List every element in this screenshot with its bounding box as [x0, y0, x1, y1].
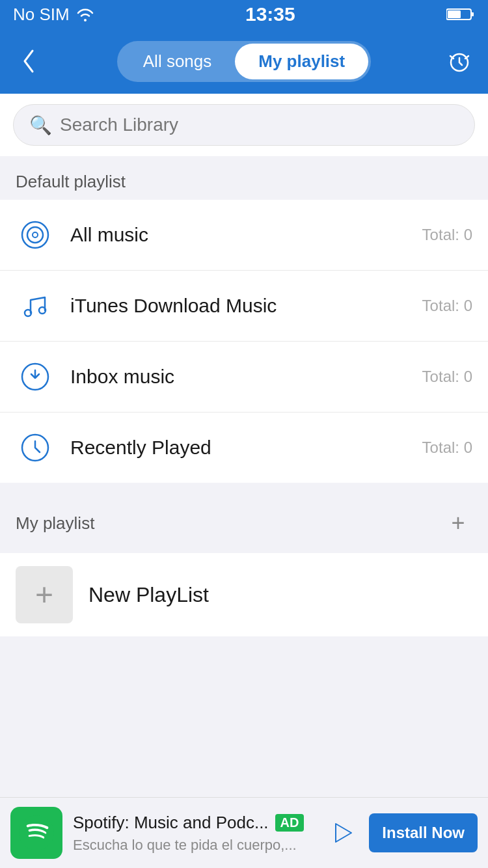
- ad-content: Spotify: Music and Podc... AD Escucha lo…: [73, 813, 316, 854]
- item-count: Total: 0: [422, 439, 472, 457]
- my-playlist-title: My playlist: [16, 513, 94, 534]
- new-playlist-item[interactable]: + New PlayList: [0, 553, 488, 636]
- ad-title-row: Spotify: Music and Podc... AD: [73, 813, 316, 833]
- svg-point-6: [33, 232, 38, 237]
- svg-rect-2: [448, 10, 461, 18]
- carrier-label: No SIM: [13, 5, 70, 25]
- item-count: Total: 0: [422, 368, 472, 386]
- spotify-icon: [19, 815, 54, 850]
- main-content: 🔍 Default playlist All music Total: 0: [0, 94, 488, 714]
- list-item[interactable]: iTunes Download Music Total: 0: [0, 271, 488, 342]
- ad-play-button[interactable]: [326, 817, 359, 849]
- search-input[interactable]: [60, 115, 459, 135]
- my-playlist-section-header: My playlist +: [0, 493, 488, 553]
- new-playlist-thumbnail: +: [16, 566, 73, 623]
- battery-icon: [446, 7, 475, 21]
- search-container: 🔍: [0, 94, 488, 156]
- item-label: Recently Played: [70, 437, 422, 459]
- svg-point-4: [22, 222, 48, 248]
- ad-subtitle: Escucha lo que te pida el cuerpo,...: [73, 837, 316, 854]
- status-bar: No SIM 13:35: [0, 0, 488, 29]
- svg-rect-1: [471, 12, 474, 16]
- status-right: [446, 7, 475, 21]
- spotify-logo: [10, 807, 62, 859]
- item-label: iTunes Download Music: [70, 295, 422, 317]
- default-playlist-header: Default playlist: [0, 156, 488, 200]
- search-icon: 🔍: [29, 115, 52, 136]
- ad-banner: Spotify: Music and Podc... AD Escucha lo…: [0, 797, 488, 868]
- wifi-icon: [76, 7, 94, 21]
- inbox-music-icon: [16, 357, 55, 396]
- list-item[interactable]: All music Total: 0: [0, 200, 488, 271]
- tab-all-songs[interactable]: All songs: [120, 44, 236, 79]
- item-count: Total: 0: [422, 297, 472, 315]
- clock-icon: [16, 428, 55, 467]
- item-count: Total: 0: [422, 226, 472, 244]
- item-label: Inbox music: [70, 366, 422, 388]
- music-disc-icon: [16, 215, 55, 254]
- item-label: All music: [70, 224, 422, 246]
- header: All songs My playlist: [0, 29, 488, 94]
- default-playlist-section: All music Total: 0 iTunes Download Music…: [0, 200, 488, 483]
- status-left: No SIM: [13, 5, 94, 25]
- back-button[interactable]: [13, 46, 44, 77]
- install-button[interactable]: Install Now: [369, 813, 478, 852]
- alarm-button[interactable]: [444, 46, 475, 77]
- status-time: 13:35: [245, 3, 295, 25]
- ad-title: Spotify: Music and Podc...: [73, 813, 269, 833]
- ad-badge: AD: [275, 814, 305, 832]
- add-playlist-button[interactable]: +: [444, 509, 472, 537]
- plus-icon: +: [35, 579, 53, 610]
- alarm-icon: [446, 48, 472, 74]
- list-item[interactable]: Inbox music Total: 0: [0, 342, 488, 413]
- svg-marker-12: [336, 824, 351, 842]
- tab-group: All songs My playlist: [117, 41, 371, 82]
- list-item[interactable]: Recently Played Total: 0: [0, 413, 488, 483]
- section-divider: [0, 483, 488, 493]
- new-playlist-label: New PlayList: [88, 583, 209, 607]
- music-note-icon: [16, 286, 55, 325]
- tab-my-playlist[interactable]: My playlist: [235, 44, 368, 79]
- svg-point-5: [27, 227, 43, 243]
- search-bar: 🔍: [13, 104, 475, 146]
- svg-point-11: [19, 815, 54, 850]
- play-icon: [329, 820, 355, 846]
